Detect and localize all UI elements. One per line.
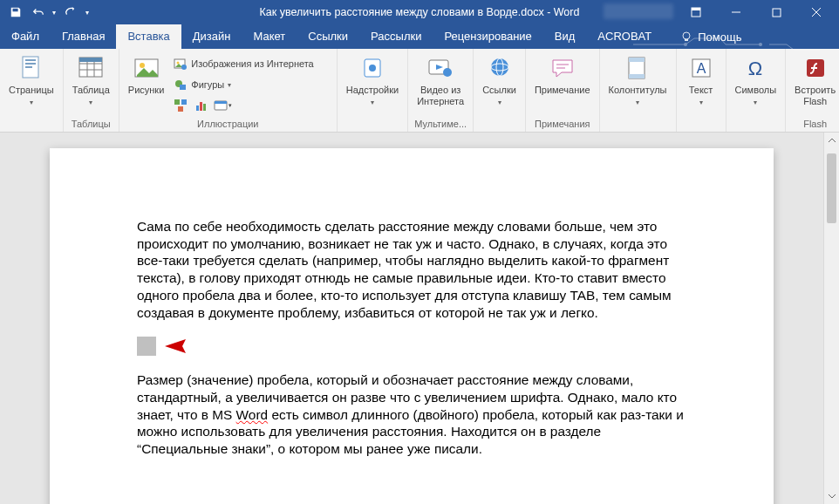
- group-addins-label: [343, 118, 402, 132]
- svg-rect-11: [25, 59, 36, 61]
- svg-rect-12: [25, 63, 36, 65]
- minimize-button[interactable]: [717, 0, 755, 24]
- group-media-label: Мультиме...: [413, 118, 467, 132]
- group-flash: Встроить Flash Flash: [786, 49, 839, 132]
- chevron-down-icon: ▾: [30, 99, 33, 106]
- save-button[interactable]: [5, 2, 26, 23]
- text-icon: A: [687, 54, 715, 82]
- online-video-button[interactable]: Видео из Интернета: [413, 52, 467, 108]
- svg-rect-32: [203, 104, 206, 111]
- tab-references[interactable]: Ссылки: [297, 24, 359, 49]
- scroll-up-button[interactable]: [824, 133, 839, 148]
- online-video-icon: [426, 54, 454, 82]
- tab-home[interactable]: Главная: [51, 24, 116, 49]
- smartart-button[interactable]: [171, 96, 190, 115]
- chevron-down-icon: ▾: [89, 99, 92, 106]
- undo-button[interactable]: [28, 2, 49, 23]
- scroll-thumb[interactable]: [827, 153, 836, 223]
- shapes-icon: [174, 78, 188, 92]
- tab-insert[interactable]: Вставка: [116, 24, 181, 49]
- group-pages-label: [5, 118, 58, 132]
- shapes-button[interactable]: Фигуры ▾: [171, 75, 316, 94]
- svg-rect-46: [629, 74, 645, 78]
- chevron-down-icon: ▾: [754, 99, 757, 106]
- svg-text:A: A: [696, 61, 706, 76]
- group-links: Ссылки ▾: [474, 49, 526, 132]
- title-bar: ▾ ▾ Как увеличить расстояние между слова…: [0, 0, 839, 24]
- table-button[interactable]: Таблица ▾: [69, 52, 113, 108]
- tab-view[interactable]: Вид: [543, 24, 587, 49]
- svg-rect-29: [178, 106, 183, 112]
- group-pages: Страницы ▾: [0, 49, 64, 132]
- document-page[interactable]: Сама по себе необходимость сделать расст…: [50, 148, 774, 504]
- group-links-label: [479, 118, 520, 132]
- paragraph-2[interactable]: Размер (значение) пробела, который и обо…: [137, 371, 686, 458]
- group-illustrations-label: Иллюстрации: [125, 118, 331, 132]
- text-button[interactable]: A Текст ▾: [682, 52, 720, 108]
- headerfooter-button[interactable]: Колонтитулы ▾: [605, 52, 671, 108]
- chevron-down-icon: ▾: [228, 81, 231, 89]
- group-comments-label: Примечания: [531, 118, 594, 132]
- scroll-down-button[interactable]: [824, 488, 839, 504]
- paragraph-2-word: Word: [236, 407, 269, 422]
- tab-file[interactable]: Файл: [0, 24, 51, 49]
- tab-mailings[interactable]: Рассылки: [359, 24, 433, 49]
- addins-label: Надстройки: [346, 85, 399, 96]
- pages-icon: [17, 54, 45, 82]
- addins-button[interactable]: Надстройки ▾: [343, 52, 402, 108]
- svg-point-8: [684, 43, 687, 46]
- pages-button[interactable]: Страницы ▾: [5, 52, 58, 108]
- svg-rect-13: [25, 66, 32, 68]
- quick-access-toolbar: ▾ ▾: [0, 2, 89, 23]
- comment-button[interactable]: Примечание: [531, 52, 594, 98]
- redo-button[interactable]: [59, 2, 80, 23]
- pictures-button[interactable]: Рисунки: [125, 52, 168, 98]
- qat-customize-icon[interactable]: ▾: [85, 9, 89, 17]
- svg-rect-19: [79, 58, 102, 62]
- selected-space-icon: [137, 337, 156, 356]
- tab-layout[interactable]: Макет: [242, 24, 297, 49]
- page-container: Сама по себе необходимость сделать расст…: [0, 133, 823, 504]
- svg-point-24: [181, 65, 187, 70]
- group-headerfooter: Колонтитулы ▾: [600, 49, 677, 132]
- undo-dropdown-icon[interactable]: ▾: [52, 9, 56, 17]
- svg-text:Ω: Ω: [748, 58, 762, 79]
- links-label: Ссылки: [482, 85, 516, 96]
- svg-point-39: [491, 58, 508, 76]
- scroll-track[interactable]: [824, 148, 839, 488]
- group-text: A Текст ▾: [677, 49, 726, 132]
- links-button[interactable]: Ссылки ▾: [479, 52, 520, 108]
- group-symbols-label: [732, 118, 781, 132]
- chart-button[interactable]: [192, 96, 211, 115]
- online-pictures-label: Изображения из Интернета: [191, 58, 313, 69]
- group-addins: Надстройки ▾: [338, 49, 408, 132]
- group-text-label: [682, 118, 720, 132]
- close-button[interactable]: [797, 0, 836, 24]
- group-illustrations: Рисунки Изображения из Интернета Фигуры …: [119, 49, 338, 132]
- arrow-annotation-icon: [163, 337, 311, 355]
- tab-review[interactable]: Рецензирование: [433, 24, 542, 49]
- svg-point-36: [369, 65, 376, 72]
- symbols-label: Символы: [735, 85, 777, 96]
- chevron-down-icon: ▾: [229, 102, 232, 109]
- svg-rect-1: [692, 8, 700, 10]
- addins-icon: [358, 54, 386, 82]
- screenshot-button[interactable]: ▾: [213, 96, 232, 115]
- shapes-label: Фигуры: [191, 79, 224, 90]
- paragraph-1[interactable]: Сама по себе необходимость сделать расст…: [137, 218, 686, 321]
- flash-icon: [801, 54, 829, 82]
- symbols-button[interactable]: Ω Символы ▾: [732, 52, 781, 108]
- embed-flash-button[interactable]: Встроить Flash: [791, 52, 839, 108]
- headerfooter-icon: [624, 54, 651, 82]
- comment-label: Примечание: [535, 85, 590, 96]
- maximize-button[interactable]: [757, 0, 795, 24]
- chevron-down-icon: ▾: [371, 99, 374, 106]
- svg-rect-3: [773, 9, 781, 17]
- svg-rect-26: [180, 85, 186, 90]
- ribbon-display-options-button[interactable]: [677, 0, 715, 24]
- tab-design[interactable]: Дизайн: [181, 24, 242, 49]
- group-headerfooter-label: [605, 118, 671, 132]
- svg-rect-28: [181, 99, 187, 105]
- svg-rect-34: [215, 101, 227, 104]
- online-pictures-button[interactable]: Изображения из Интернета: [171, 54, 316, 73]
